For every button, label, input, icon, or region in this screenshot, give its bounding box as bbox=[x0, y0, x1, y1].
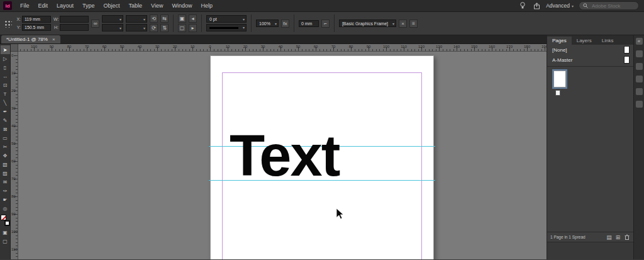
stroke-type-select[interactable] bbox=[206, 24, 247, 31]
tab-pages[interactable]: Pages bbox=[547, 37, 572, 45]
menu-layout[interactable]: Layout bbox=[52, 0, 78, 12]
note-tool[interactable]: ✉ bbox=[1, 178, 10, 186]
tab-close-button[interactable]: × bbox=[52, 37, 55, 42]
color-panel-icon[interactable] bbox=[636, 50, 643, 57]
type-tool[interactable]: T bbox=[1, 89, 10, 98]
select-content-button[interactable]: ▢ bbox=[178, 24, 186, 32]
stock-search[interactable] bbox=[579, 1, 639, 10]
tab-links[interactable]: Links bbox=[597, 37, 619, 45]
document-tab[interactable]: *Untitled-1 @ 78% × bbox=[1, 35, 60, 43]
gradient-panel-icon[interactable] bbox=[636, 76, 643, 82]
ruler-label: 50 bbox=[120, 45, 125, 48]
master-page-icon bbox=[624, 56, 630, 64]
menu-view[interactable]: View bbox=[147, 0, 167, 12]
page-1-thumbnail[interactable] bbox=[553, 71, 566, 88]
effects-icon[interactable]: fx bbox=[281, 20, 289, 28]
rotate-cw-button[interactable]: ⟳ bbox=[150, 24, 158, 32]
collapse-dock-icon[interactable]: « bbox=[636, 38, 643, 45]
menu-table[interactable]: Table bbox=[125, 0, 147, 12]
master-row-a-master[interactable]: A-Master bbox=[547, 55, 633, 65]
page-1[interactable]: Text bbox=[210, 55, 434, 259]
workspace-label: Advanced bbox=[546, 3, 570, 9]
stroke-panel-icon[interactable] bbox=[636, 101, 643, 108]
panel-menu-icon[interactable]: ≡ bbox=[409, 20, 418, 28]
gradient-feather-tool[interactable]: ▨ bbox=[1, 169, 10, 178]
none-indicator bbox=[1, 215, 6, 220]
ruler-label: 10 bbox=[11, 71, 16, 75]
master-row-none[interactable]: [None] bbox=[547, 45, 633, 55]
menu-edit[interactable]: Edit bbox=[34, 0, 53, 12]
ruler-label: 80 bbox=[11, 195, 16, 198]
horizontal-ruler[interactable]: 1009080706050403020100102030405060708090… bbox=[18, 44, 547, 52]
pencil-tool[interactable]: ✎ bbox=[1, 116, 10, 125]
gap-tool[interactable]: ↔ bbox=[1, 72, 10, 81]
corner-options-icon[interactable]: ⌐ bbox=[321, 20, 330, 28]
indesign-window: Id FileEditLayoutTypeObjectTableViewWind… bbox=[0, 0, 644, 260]
free-transform-tool[interactable]: ✥ bbox=[1, 151, 10, 160]
go-to-previous-button[interactable]: ◂ bbox=[189, 14, 197, 23]
zoom-tool[interactable]: ◎ bbox=[1, 204, 10, 213]
eyedropper-tool[interactable]: ✑ bbox=[1, 186, 10, 195]
menu-window[interactable]: Window bbox=[167, 0, 196, 12]
page-tool[interactable]: ▯ bbox=[1, 63, 10, 72]
document-area: *Untitled-1 @ 78% × ➤▷▯↔⊡T╲✒✎⊠▭✂✥▧▨✉✑☛◎▣… bbox=[0, 35, 547, 259]
corner-radius-field[interactable]: 0 mm bbox=[299, 20, 319, 27]
edit-page-size-button[interactable]: ▤ bbox=[606, 234, 613, 240]
h-field[interactable] bbox=[60, 24, 89, 31]
rectangle-tool[interactable]: ▭ bbox=[1, 133, 10, 142]
constrain-proportions-icon[interactable]: ∞ bbox=[91, 20, 99, 28]
share-icon[interactable] bbox=[532, 1, 541, 10]
go-to-next-button[interactable]: ▸ bbox=[189, 24, 197, 32]
rectangle-frame-tool[interactable]: ⊠ bbox=[1, 125, 10, 133]
workspace-switcher[interactable]: Advanced▾ bbox=[546, 3, 574, 9]
pasteboard[interactable]: Text bbox=[18, 52, 547, 259]
normal-view-button[interactable]: ▣ bbox=[1, 228, 10, 237]
tab-layers[interactable]: Layers bbox=[572, 37, 597, 45]
text-frame[interactable]: Text bbox=[230, 127, 339, 184]
rotation-angle-select[interactable] bbox=[126, 15, 147, 23]
opacity-select[interactable]: 100% bbox=[256, 20, 279, 27]
scale-x-select[interactable] bbox=[102, 15, 123, 23]
fill-stroke-swatches[interactable] bbox=[1, 215, 10, 226]
gradient-swatch-tool[interactable]: ▧ bbox=[1, 160, 10, 169]
ruler-label: 40 bbox=[11, 124, 16, 128]
hand-tool[interactable]: ☛ bbox=[1, 195, 10, 204]
w-field[interactable] bbox=[60, 16, 89, 23]
vertical-ruler[interactable]: 0102030405060708090100110 bbox=[11, 52, 18, 259]
y-field[interactable]: 150.5 mm bbox=[22, 24, 51, 31]
stock-search-input[interactable] bbox=[591, 3, 635, 9]
content-collector-tool[interactable]: ⊡ bbox=[1, 81, 10, 89]
new-page-button[interactable]: ⊞ bbox=[614, 234, 621, 240]
cc-libraries-panel-icon[interactable] bbox=[636, 88, 643, 95]
pen-tool[interactable]: ✒ bbox=[1, 107, 10, 116]
divider bbox=[547, 66, 633, 67]
select-container-button[interactable]: ▣ bbox=[178, 14, 186, 23]
flip-horizontal-button[interactable]: ⇆ bbox=[160, 14, 169, 23]
clear-overrides-button[interactable]: × bbox=[399, 20, 407, 28]
direct-selection-tool[interactable]: ▷ bbox=[1, 54, 10, 63]
menu-help[interactable]: Help bbox=[196, 0, 217, 12]
flip-vertical-button[interactable]: ⇅ bbox=[160, 24, 169, 32]
fill-swatch[interactable] bbox=[1, 215, 6, 220]
reference-point-proxy[interactable] bbox=[4, 20, 12, 28]
shear-angle-select[interactable] bbox=[126, 24, 147, 31]
menu-type[interactable]: Type bbox=[78, 0, 99, 12]
x-field[interactable]: 119 mm bbox=[22, 16, 51, 23]
scissors-tool[interactable]: ✂ bbox=[1, 142, 10, 151]
line-tool[interactable]: ╲ bbox=[1, 98, 10, 107]
tools-panel: ➤▷▯↔⊡T╲✒✎⊠▭✂✥▧▨✉✑☛◎▣▢ bbox=[0, 44, 11, 259]
rotate-ccw-button[interactable]: ⟲ bbox=[150, 14, 158, 23]
swatches-panel-icon[interactable] bbox=[636, 63, 643, 70]
ruler-origin-box[interactable] bbox=[11, 44, 18, 52]
menu-object[interactable]: Object bbox=[99, 0, 125, 12]
scale-y-select[interactable] bbox=[102, 24, 123, 31]
stroke-swatch[interactable] bbox=[4, 220, 10, 226]
object-style-select[interactable]: [Basic Graphics Frame] bbox=[339, 20, 396, 27]
preview-view-button[interactable]: ▢ bbox=[1, 237, 10, 246]
menu-file[interactable]: File bbox=[16, 0, 34, 12]
selection-tool[interactable]: ➤ bbox=[1, 45, 10, 54]
lightbulb-icon[interactable] bbox=[518, 1, 527, 10]
delete-page-button[interactable] bbox=[623, 234, 630, 240]
stroke-weight-select[interactable]: 0 pt bbox=[206, 15, 247, 23]
ruler-label: 110 bbox=[11, 247, 18, 251]
